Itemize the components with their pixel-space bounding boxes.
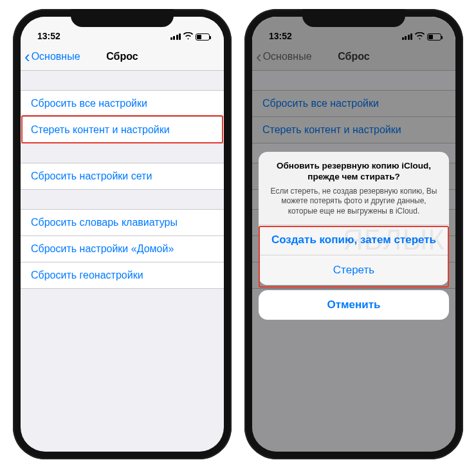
settings-content: Сбросить все настройки Стереть контент и…: [21, 90, 224, 289]
settings-group-2: Сбросить настройки сети: [21, 163, 224, 190]
status-right: [170, 32, 210, 41]
phone-frame-left: 13:52 ‹ Основные Сброс Сбросит: [13, 9, 232, 459]
reset-all-settings-row[interactable]: Сбросить все настройки: [21, 91, 224, 117]
action-sheet-title: Обновить резервную копию iCloud, прежде …: [270, 161, 437, 183]
action-sheet-message: Если стереть, не создав резервную копию,…: [270, 187, 437, 217]
action-sheet: Обновить резервную копию iCloud, прежде …: [259, 152, 449, 320]
chevron-left-icon: ‹: [24, 48, 30, 65]
erase-content-settings-row[interactable]: Стереть контент и настройки: [21, 117, 224, 143]
action-sheet-card: Обновить резервную копию iCloud, прежде …: [259, 152, 449, 285]
settings-group-1: Сбросить все настройки Стереть контент и…: [21, 90, 224, 143]
notch: [302, 9, 405, 27]
cancel-button[interactable]: Отменить: [259, 290, 449, 320]
reset-home-layout-row[interactable]: Сбросить настройки «Домой»: [21, 236, 224, 262]
comparison-canvas: 13:52 ‹ Основные Сброс Сбросит: [0, 0, 476, 468]
battery-icon: [196, 33, 210, 41]
nav-bar: ‹ Основные Сброс: [21, 42, 224, 71]
settings-group-3: Сбросить словарь клавиатуры Сбросить нас…: [21, 209, 224, 289]
notch: [71, 9, 174, 27]
back-button[interactable]: ‹ Основные: [21, 48, 80, 65]
erase-button[interactable]: Стереть: [259, 255, 449, 285]
screen-left: 13:52 ‹ Основные Сброс Сбросит: [21, 17, 224, 452]
phone-frame-right: 13:52 ‹ Основные Сброс Сбросит: [244, 9, 463, 459]
action-sheet-header: Обновить резервную копию iCloud, прежде …: [259, 152, 449, 225]
reset-location-row[interactable]: Сбросить геонастройки: [21, 262, 224, 288]
backup-then-erase-button[interactable]: Создать копию, затем стереть: [259, 225, 449, 255]
back-label: Основные: [32, 51, 80, 62]
screen-right: 13:52 ‹ Основные Сброс Сбросит: [252, 17, 455, 452]
reset-network-row[interactable]: Сбросить настройки сети: [21, 163, 224, 189]
reset-keyboard-dictionary-row[interactable]: Сбросить словарь клавиатуры: [21, 210, 224, 236]
cellular-signal-icon: [170, 33, 181, 40]
wifi-icon: [183, 32, 193, 41]
status-time: 13:52: [37, 31, 60, 41]
